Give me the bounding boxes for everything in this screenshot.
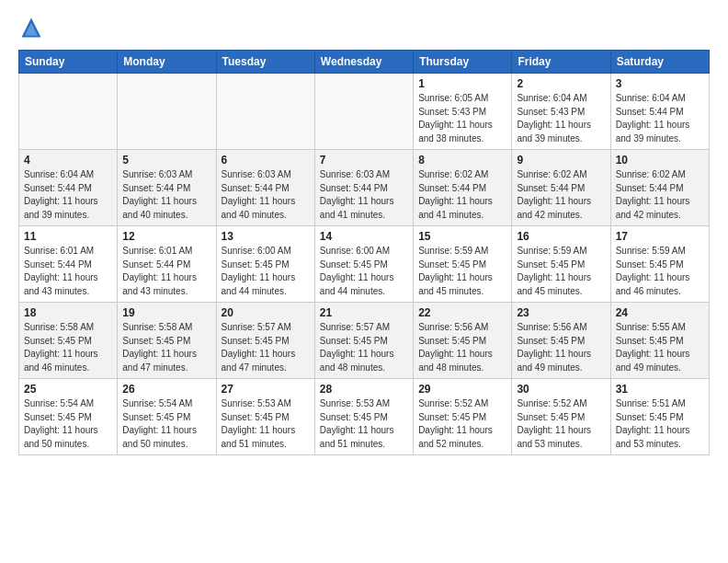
calendar-cell: 1Sunrise: 6:05 AM Sunset: 5:43 PM Daylig… xyxy=(414,74,512,150)
day-info: Sunrise: 5:58 AM Sunset: 5:45 PM Dayligh… xyxy=(122,321,210,374)
calendar-cell: 11Sunrise: 6:01 AM Sunset: 5:44 PM Dayli… xyxy=(19,226,118,303)
calendar-week-row: 11Sunrise: 6:01 AM Sunset: 5:44 PM Dayli… xyxy=(19,226,710,303)
calendar-cell: 7Sunrise: 6:03 AM Sunset: 5:44 PM Daylig… xyxy=(314,150,413,226)
column-header-monday: Monday xyxy=(118,51,216,74)
calendar-header-row: SundayMondayTuesdayWednesdayThursdayFrid… xyxy=(19,51,710,74)
day-number: 26 xyxy=(122,383,210,396)
calendar-cell: 30Sunrise: 5:52 AM Sunset: 5:45 PM Dayli… xyxy=(512,379,610,455)
calendar-table: SundayMondayTuesdayWednesdayThursdayFrid… xyxy=(18,50,710,455)
calendar-cell: 29Sunrise: 5:52 AM Sunset: 5:45 PM Dayli… xyxy=(414,379,512,455)
day-info: Sunrise: 6:00 AM Sunset: 5:45 PM Dayligh… xyxy=(320,245,408,298)
calendar-cell: 26Sunrise: 5:54 AM Sunset: 5:45 PM Dayli… xyxy=(118,379,216,455)
day-number: 5 xyxy=(122,154,210,167)
day-number: 9 xyxy=(517,154,605,167)
day-info: Sunrise: 6:03 AM Sunset: 5:44 PM Dayligh… xyxy=(122,168,210,222)
day-number: 20 xyxy=(222,306,310,319)
calendar-cell: 18Sunrise: 5:58 AM Sunset: 5:45 PM Dayli… xyxy=(19,303,118,379)
calendar-cell: 3Sunrise: 6:04 AM Sunset: 5:44 PM Daylig… xyxy=(610,74,709,150)
calendar-cell: 5Sunrise: 6:03 AM Sunset: 5:44 PM Daylig… xyxy=(118,150,216,226)
day-number: 18 xyxy=(24,306,112,319)
calendar-cell: 15Sunrise: 5:59 AM Sunset: 5:45 PM Dayli… xyxy=(414,226,512,303)
calendar-cell: 10Sunrise: 6:02 AM Sunset: 5:44 PM Dayli… xyxy=(610,150,709,226)
day-number: 2 xyxy=(517,77,605,90)
day-number: 25 xyxy=(24,383,112,396)
day-info: Sunrise: 5:56 AM Sunset: 5:45 PM Dayligh… xyxy=(418,321,506,374)
day-info: Sunrise: 6:02 AM Sunset: 5:44 PM Dayligh… xyxy=(517,168,605,222)
day-number: 31 xyxy=(616,383,704,396)
day-number: 3 xyxy=(616,77,704,90)
calendar-cell: 31Sunrise: 5:51 AM Sunset: 5:45 PM Dayli… xyxy=(610,379,709,455)
day-info: Sunrise: 5:58 AM Sunset: 5:45 PM Dayligh… xyxy=(24,321,112,374)
day-info: Sunrise: 6:05 AM Sunset: 5:43 PM Dayligh… xyxy=(418,92,506,145)
day-number: 10 xyxy=(616,154,704,167)
day-number: 17 xyxy=(616,230,704,243)
calendar-cell: 25Sunrise: 5:54 AM Sunset: 5:45 PM Dayli… xyxy=(19,379,118,455)
day-info: Sunrise: 5:56 AM Sunset: 5:45 PM Dayligh… xyxy=(517,321,605,374)
day-info: Sunrise: 5:54 AM Sunset: 5:45 PM Dayligh… xyxy=(122,397,210,451)
calendar-cell: 13Sunrise: 6:00 AM Sunset: 5:45 PM Dayli… xyxy=(216,226,314,303)
day-info: Sunrise: 6:01 AM Sunset: 5:44 PM Dayligh… xyxy=(24,245,112,298)
day-number: 19 xyxy=(122,306,210,319)
day-info: Sunrise: 6:04 AM Sunset: 5:43 PM Dayligh… xyxy=(517,92,605,145)
day-info: Sunrise: 5:55 AM Sunset: 5:45 PM Dayligh… xyxy=(616,321,704,374)
calendar-week-row: 4Sunrise: 6:04 AM Sunset: 5:44 PM Daylig… xyxy=(19,150,710,226)
day-info: Sunrise: 5:53 AM Sunset: 5:45 PM Dayligh… xyxy=(222,397,310,451)
column-header-saturday: Saturday xyxy=(610,51,709,74)
day-info: Sunrise: 6:04 AM Sunset: 5:44 PM Dayligh… xyxy=(24,168,112,222)
day-number: 11 xyxy=(24,230,112,243)
calendar-week-row: 18Sunrise: 5:58 AM Sunset: 5:45 PM Dayli… xyxy=(19,303,710,379)
column-header-wednesday: Wednesday xyxy=(314,51,413,74)
calendar-cell: 24Sunrise: 5:55 AM Sunset: 5:45 PM Dayli… xyxy=(610,303,709,379)
day-number: 13 xyxy=(222,230,310,243)
calendar-cell: 2Sunrise: 6:04 AM Sunset: 5:43 PM Daylig… xyxy=(512,74,610,150)
calendar-cell: 17Sunrise: 5:59 AM Sunset: 5:45 PM Dayli… xyxy=(610,226,709,303)
calendar-cell: 9Sunrise: 6:02 AM Sunset: 5:44 PM Daylig… xyxy=(512,150,610,226)
day-info: Sunrise: 5:59 AM Sunset: 5:45 PM Dayligh… xyxy=(616,245,704,298)
day-info: Sunrise: 5:53 AM Sunset: 5:45 PM Dayligh… xyxy=(320,397,408,451)
day-number: 8 xyxy=(418,154,506,167)
day-number: 27 xyxy=(222,383,310,396)
day-number: 15 xyxy=(418,230,506,243)
calendar-cell xyxy=(314,74,413,150)
day-info: Sunrise: 5:54 AM Sunset: 5:45 PM Dayligh… xyxy=(24,397,112,451)
calendar-cell: 6Sunrise: 6:03 AM Sunset: 5:44 PM Daylig… xyxy=(216,150,314,226)
calendar-week-row: 25Sunrise: 5:54 AM Sunset: 5:45 PM Dayli… xyxy=(19,379,710,455)
day-number: 6 xyxy=(222,154,310,167)
day-info: Sunrise: 6:03 AM Sunset: 5:44 PM Dayligh… xyxy=(320,168,408,222)
column-header-friday: Friday xyxy=(512,51,610,74)
calendar-cell: 20Sunrise: 5:57 AM Sunset: 5:45 PM Dayli… xyxy=(216,303,314,379)
day-number: 21 xyxy=(320,306,408,319)
calendar-cell: 14Sunrise: 6:00 AM Sunset: 5:45 PM Dayli… xyxy=(314,226,413,303)
day-info: Sunrise: 5:57 AM Sunset: 5:45 PM Dayligh… xyxy=(320,321,408,374)
column-header-thursday: Thursday xyxy=(414,51,512,74)
calendar-cell: 28Sunrise: 5:53 AM Sunset: 5:45 PM Dayli… xyxy=(314,379,413,455)
day-info: Sunrise: 5:57 AM Sunset: 5:45 PM Dayligh… xyxy=(222,321,310,374)
calendar-cell: 27Sunrise: 5:53 AM Sunset: 5:45 PM Dayli… xyxy=(216,379,314,455)
column-header-tuesday: Tuesday xyxy=(216,51,314,74)
column-header-sunday: Sunday xyxy=(19,51,118,74)
calendar-cell: 16Sunrise: 5:59 AM Sunset: 5:45 PM Dayli… xyxy=(512,226,610,303)
day-number: 30 xyxy=(517,383,605,396)
calendar-week-row: 1Sunrise: 6:05 AM Sunset: 5:43 PM Daylig… xyxy=(19,74,710,150)
logo xyxy=(18,15,48,40)
calendar-cell xyxy=(118,74,216,150)
day-number: 4 xyxy=(24,154,112,167)
day-number: 28 xyxy=(320,383,408,396)
day-info: Sunrise: 5:59 AM Sunset: 5:45 PM Dayligh… xyxy=(517,245,605,298)
day-info: Sunrise: 6:04 AM Sunset: 5:44 PM Dayligh… xyxy=(616,92,704,145)
day-info: Sunrise: 5:59 AM Sunset: 5:45 PM Dayligh… xyxy=(418,245,506,298)
day-number: 24 xyxy=(616,306,704,319)
day-number: 29 xyxy=(418,383,506,396)
day-info: Sunrise: 6:00 AM Sunset: 5:45 PM Dayligh… xyxy=(222,245,310,298)
day-info: Sunrise: 6:02 AM Sunset: 5:44 PM Dayligh… xyxy=(616,168,704,222)
day-info: Sunrise: 6:01 AM Sunset: 5:44 PM Dayligh… xyxy=(122,245,210,298)
day-info: Sunrise: 6:02 AM Sunset: 5:44 PM Dayligh… xyxy=(418,168,506,222)
day-number: 7 xyxy=(320,154,408,167)
calendar-cell: 4Sunrise: 6:04 AM Sunset: 5:44 PM Daylig… xyxy=(19,150,118,226)
day-number: 22 xyxy=(418,306,506,319)
day-number: 12 xyxy=(122,230,210,243)
day-info: Sunrise: 5:51 AM Sunset: 5:45 PM Dayligh… xyxy=(616,397,704,451)
logo-icon xyxy=(18,15,44,40)
header xyxy=(18,15,710,40)
calendar-cell: 22Sunrise: 5:56 AM Sunset: 5:45 PM Dayli… xyxy=(414,303,512,379)
